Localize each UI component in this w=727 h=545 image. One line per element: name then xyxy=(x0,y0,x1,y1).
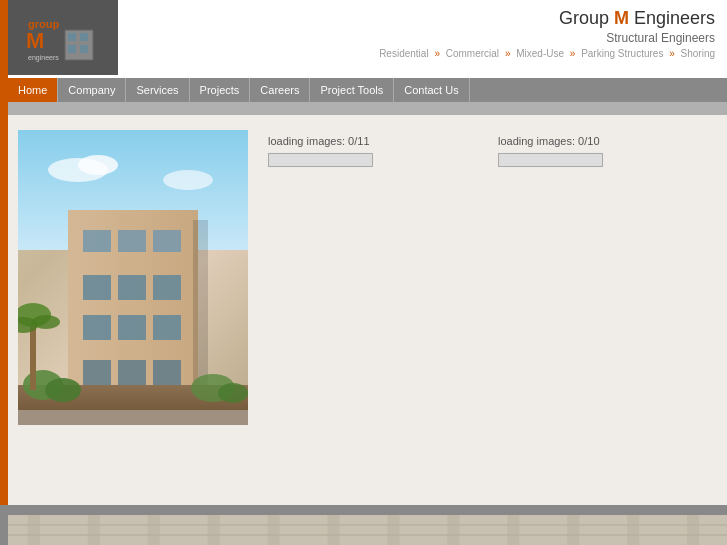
svg-rect-43 xyxy=(208,515,220,545)
header-right: Group M Engineers Structural Engineers R… xyxy=(379,8,715,59)
svg-rect-44 xyxy=(268,515,280,545)
loading-section-1: loading images: 0/11 xyxy=(268,135,373,167)
svg-rect-37 xyxy=(8,515,727,545)
svg-rect-51 xyxy=(687,515,699,545)
svg-rect-42 xyxy=(148,515,160,545)
footer-illustration xyxy=(8,515,727,545)
svg-rect-4 xyxy=(68,33,76,41)
company-name: Group M Engineers xyxy=(379,8,715,29)
loading-text-2: loading images: 0/10 xyxy=(498,135,603,147)
svg-rect-46 xyxy=(387,515,399,545)
header: group M engineers Group M Engineers Stru… xyxy=(8,0,727,115)
svg-point-29 xyxy=(45,378,81,402)
svg-rect-23 xyxy=(153,275,181,300)
loading-text-1: loading images: 0/11 xyxy=(268,135,373,147)
svg-rect-45 xyxy=(328,515,340,545)
svg-rect-48 xyxy=(507,515,519,545)
svg-rect-5 xyxy=(80,33,88,41)
building-illustration xyxy=(18,130,248,425)
svg-rect-18 xyxy=(83,315,111,340)
svg-rect-49 xyxy=(567,515,579,545)
nav-item-projects[interactable]: Projects xyxy=(190,78,251,102)
svg-rect-21 xyxy=(83,275,111,300)
logo-area: group M engineers xyxy=(8,0,118,75)
loading-section-2: loading images: 0/10 xyxy=(498,135,603,167)
svg-rect-26 xyxy=(153,230,181,252)
svg-point-31 xyxy=(218,383,248,403)
svg-point-11 xyxy=(78,155,118,175)
nav-item-project-tools[interactable]: Project Tools xyxy=(310,78,394,102)
building-scene xyxy=(18,130,248,425)
company-subtitle: Structural Engineers xyxy=(379,31,715,45)
footer-bar xyxy=(0,505,727,545)
svg-rect-25 xyxy=(118,230,146,252)
loading-bar-track-2 xyxy=(498,153,603,167)
nav-item-services[interactable]: Services xyxy=(126,78,189,102)
company-tagline: Residential » Commercial » Mixed-Use » P… xyxy=(379,48,715,59)
svg-rect-7 xyxy=(80,45,88,53)
nav-item-company[interactable]: Company xyxy=(58,78,126,102)
nav-item-contact-us[interactable]: Contact Us xyxy=(394,78,469,102)
svg-text:engineers: engineers xyxy=(28,54,59,62)
main-content: loading images: 0/11 loading images: 0/1… xyxy=(8,115,727,505)
building-image xyxy=(18,130,248,425)
svg-rect-41 xyxy=(88,515,100,545)
svg-rect-47 xyxy=(447,515,459,545)
loading-bar-track-1 xyxy=(268,153,373,167)
svg-rect-6 xyxy=(68,45,76,53)
svg-point-12 xyxy=(163,170,213,190)
svg-rect-22 xyxy=(118,275,146,300)
svg-rect-14 xyxy=(193,220,208,395)
footer-inner xyxy=(8,515,727,545)
nav-item-careers[interactable]: Careers xyxy=(250,78,310,102)
svg-rect-24 xyxy=(83,230,111,252)
svg-point-35 xyxy=(32,315,60,329)
svg-text:M: M xyxy=(26,28,44,53)
svg-rect-50 xyxy=(627,515,639,545)
company-logo: group M engineers xyxy=(23,10,103,65)
nav-item-home[interactable]: Home xyxy=(8,78,58,102)
left-accent-bar xyxy=(0,0,8,545)
svg-rect-36 xyxy=(18,410,248,425)
svg-rect-40 xyxy=(28,515,40,545)
svg-rect-20 xyxy=(153,315,181,340)
navbar: Home Company Services Projects Careers P… xyxy=(8,78,727,102)
nav-divider xyxy=(8,102,727,115)
svg-rect-19 xyxy=(118,315,146,340)
